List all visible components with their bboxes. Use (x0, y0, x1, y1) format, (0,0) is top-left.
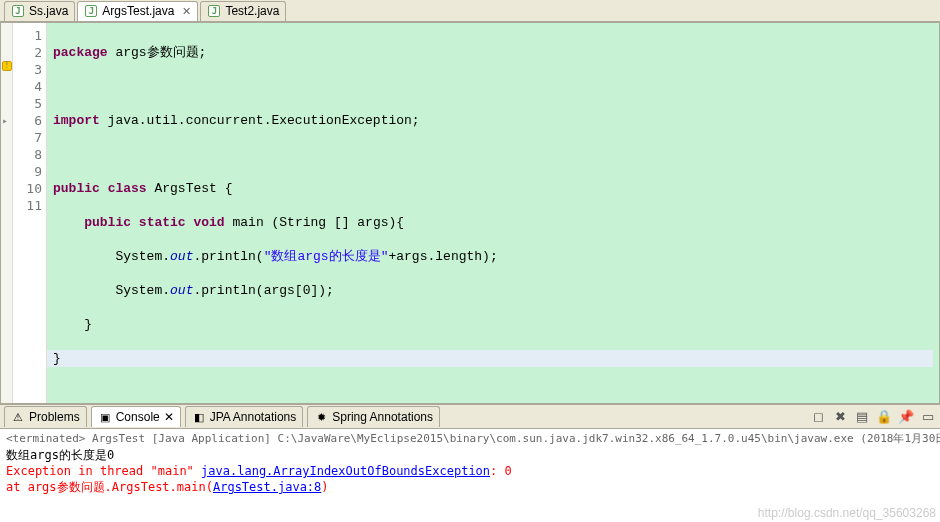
terminated-status: <terminated> ArgsTest [Java Application]… (6, 431, 934, 447)
console-icon: ▣ (98, 410, 112, 424)
scroll-lock-icon[interactable]: 🔒 (876, 409, 892, 425)
editor-tab-ss[interactable]: J Ss.java (4, 1, 75, 21)
java-file-icon: J (207, 4, 221, 18)
stdout-line: 数组args的长度是0 (6, 447, 934, 463)
line-number: 11 (13, 197, 42, 214)
line-number: 10 (13, 180, 42, 197)
tab-console[interactable]: ▣ Console ✕ (91, 406, 181, 427)
exception-link[interactable]: java.lang.ArrayIndexOutOfBoundsException (201, 464, 490, 478)
remove-launch-icon[interactable]: ◻ (810, 409, 826, 425)
line-number: 1 (13, 27, 42, 44)
tab-jpa-annotations[interactable]: ◧ JPA Annotations (185, 406, 304, 427)
stderr-line: at args参数问题.ArgsTest.main(ArgsTest.java:… (6, 479, 934, 495)
marker-bar (1, 23, 13, 403)
display-icon[interactable]: ▭ (920, 409, 936, 425)
java-file-icon: J (84, 4, 98, 18)
problems-icon: ⚠ (11, 410, 25, 424)
tab-label: Console (116, 410, 160, 424)
tab-problems[interactable]: ⚠ Problems (4, 406, 87, 427)
jpa-icon: ◧ (192, 410, 206, 424)
tab-label: JPA Annotations (210, 410, 297, 424)
stderr-line: Exception in thread "main" java.lang.Arr… (6, 463, 934, 479)
bottom-panel: ⚠ Problems ▣ Console ✕ ◧ JPA Annotations… (0, 404, 940, 522)
tab-label: Problems (29, 410, 80, 424)
code-editor: ! ▸ 1 2 3 4 5 6 7 8 9 10 11 package args… (0, 22, 940, 404)
close-icon[interactable]: ✕ (164, 410, 174, 424)
line-gutter: ! ▸ 1 2 3 4 5 6 7 8 9 10 11 (13, 23, 47, 403)
java-file-icon: J (11, 4, 25, 18)
line-number: 9 (13, 163, 42, 180)
remove-all-icon[interactable]: ✖ (832, 409, 848, 425)
line-number: 6 (13, 112, 42, 129)
warning-icon[interactable]: ! (2, 61, 12, 71)
line-number: 2 (13, 44, 42, 61)
line-number: 3 (13, 61, 42, 78)
editor-tab-test2[interactable]: J Test2.java (200, 1, 286, 21)
code-area[interactable]: package args参数问题; import java.util.concu… (47, 23, 939, 403)
console-toolbar: ◻ ✖ ▤ 🔒 📌 ▭ (810, 409, 936, 425)
editor-tabs-bar: J Ss.java J ArgsTest.java ✕ J Test2.java (0, 0, 940, 22)
bottom-tabs-bar: ⚠ Problems ▣ Console ✕ ◧ JPA Annotations… (0, 405, 940, 429)
line-number: 8 (13, 146, 42, 163)
tab-label: Spring Annotations (332, 410, 433, 424)
spring-icon: ✹ (314, 410, 328, 424)
close-icon[interactable]: ✕ (182, 5, 191, 18)
line-number: 5 (13, 95, 42, 112)
line-number: 7 (13, 129, 42, 146)
clear-icon[interactable]: ▤ (854, 409, 870, 425)
watermark: http://blog.csdn.net/qq_35603268 (758, 506, 936, 520)
tab-label: Ss.java (29, 4, 68, 18)
pin-icon[interactable]: 📌 (898, 409, 914, 425)
stacktrace-link[interactable]: ArgsTest.java:8 (213, 480, 321, 494)
fold-arrow-icon[interactable]: ▸ (2, 112, 8, 129)
tab-label: ArgsTest.java (102, 4, 174, 18)
editor-tab-argstest[interactable]: J ArgsTest.java ✕ (77, 1, 198, 21)
tab-spring-annotations[interactable]: ✹ Spring Annotations (307, 406, 440, 427)
tab-label: Test2.java (225, 4, 279, 18)
line-number: 4 (13, 78, 42, 95)
